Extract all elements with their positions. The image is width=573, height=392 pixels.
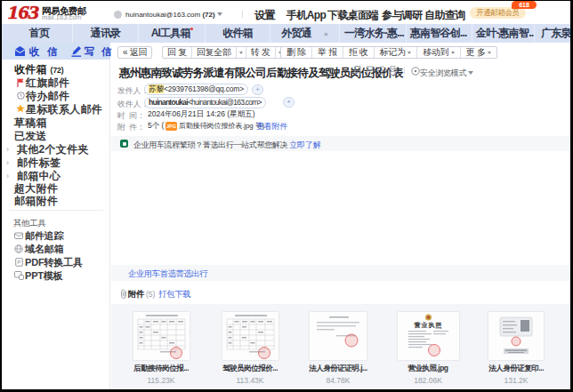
svg-text:营业执照: 营业执照 [413,321,442,328]
svg-text:P: P [17,260,20,265]
